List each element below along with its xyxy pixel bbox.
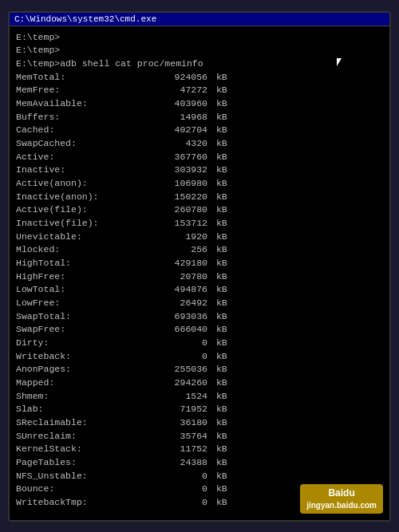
meminfo-unit: kB (211, 430, 227, 443)
meminfo-row: Mapped:294260 kB (16, 376, 383, 390)
prompt-line: E:\temp>adb shell cat proc/meminfo (16, 57, 383, 71)
meminfo-label: Cached: (16, 124, 144, 137)
meminfo-value: 294260 (144, 376, 207, 390)
meminfo-unit: kB (211, 403, 227, 416)
meminfo-unit: kB (211, 217, 227, 231)
meminfo-label: Mapped: (16, 376, 144, 390)
meminfo-row: Active:367760 kB (16, 151, 383, 164)
meminfo-unit: kB (211, 363, 227, 376)
meminfo-unit: kB (211, 283, 227, 297)
meminfo-row: MemTotal:924056 kB (16, 71, 383, 85)
meminfo-value: 24388 (144, 456, 207, 470)
meminfo-row: SwapTotal:693036 kB (16, 310, 383, 324)
cmd-window-container: C:\Windows\system32\cmd.exe E:\temp>E:\t… (8, 11, 391, 522)
meminfo-unit: kB (211, 297, 227, 310)
meminfo-label: Active(file): (16, 203, 144, 217)
meminfo-label: Inactive: (16, 164, 144, 177)
meminfo-value: 47272 (144, 84, 207, 97)
meminfo-row: Inactive:303932 kB (16, 164, 383, 177)
meminfo-unit: kB (211, 323, 227, 337)
meminfo-row: SwapFree:666040 kB (16, 323, 383, 337)
meminfo-unit: kB (211, 203, 227, 217)
meminfo-value: 14968 (144, 111, 207, 124)
meminfo-label: SwapFree: (16, 323, 144, 337)
meminfo-unit: kB (211, 111, 227, 124)
meminfo-label: Slab: (16, 403, 144, 416)
prompt-line: E:\temp> (16, 44, 383, 57)
meminfo-row: Writeback:0 kB (16, 350, 383, 364)
meminfo-label: SwapTotal: (16, 310, 144, 324)
meminfo-label: Writeback: (16, 350, 144, 364)
meminfo-value: 0 (144, 337, 207, 350)
meminfo-unit: kB (211, 337, 227, 350)
meminfo-row: LowTotal:494876 kB (16, 283, 383, 297)
meminfo-value: 402704 (144, 124, 207, 137)
meminfo-value: 256 (144, 243, 207, 257)
meminfo-value: 260780 (144, 203, 207, 217)
cmd-content[interactable]: E:\temp>E:\temp>E:\temp>adb shell cat pr… (10, 26, 389, 520)
meminfo-label: LowFree: (16, 297, 144, 310)
meminfo-value: 153712 (144, 217, 207, 231)
meminfo-label: MemAvailable: (16, 97, 144, 111)
meminfo-unit: kB (211, 390, 227, 404)
meminfo-unit: kB (211, 84, 227, 97)
meminfo-label: LowTotal: (16, 283, 144, 297)
meminfo-label: Inactive(anon): (16, 191, 144, 204)
meminfo-value: 36180 (144, 416, 207, 430)
cmd-output: E:\temp>E:\temp>E:\temp>adb shell cat pr… (16, 31, 383, 510)
meminfo-row: SwapCached:4320 kB (16, 137, 383, 151)
meminfo-unit: kB (211, 231, 227, 244)
meminfo-value: 693036 (144, 310, 207, 324)
meminfo-label: PageTables: (16, 456, 144, 470)
meminfo-label: Active(anon): (16, 177, 144, 191)
meminfo-value: 106980 (144, 177, 207, 191)
meminfo-unit: kB (211, 443, 227, 456)
meminfo-value: 1920 (144, 231, 207, 244)
title-bar: C:\Windows\system32\cmd.exe (10, 13, 389, 26)
meminfo-value: 11752 (144, 443, 207, 456)
meminfo-value: 1524 (144, 390, 207, 404)
meminfo-row: Active(file):260780 kB (16, 203, 383, 217)
meminfo-value: 35764 (144, 430, 207, 443)
meminfo-row: Unevictable:1920 kB (16, 231, 383, 244)
meminfo-value: 367760 (144, 151, 207, 164)
meminfo-value: 666040 (144, 323, 207, 337)
meminfo-row: PageTables:24388 kB (16, 456, 383, 470)
meminfo-value: 0 (144, 496, 207, 510)
meminfo-label: Inactive(file): (16, 217, 144, 231)
watermark-line1: Baidu (306, 487, 377, 500)
meminfo-unit: kB (211, 470, 227, 483)
meminfo-row: Active(anon):106980 kB (16, 177, 383, 191)
meminfo-unit: kB (211, 483, 227, 496)
meminfo-value: 303932 (144, 164, 207, 177)
meminfo-unit: kB (211, 310, 227, 324)
meminfo-row: SReclaimable:36180 kB (16, 416, 383, 430)
meminfo-unit: kB (211, 97, 227, 111)
meminfo-row: KernelStack:11752 kB (16, 443, 383, 456)
prompt-line: E:\temp> (16, 31, 383, 45)
meminfo-row: Cached:402704 kB (16, 124, 383, 137)
meminfo-label: Unevictable: (16, 231, 144, 244)
mouse-cursor-icon (337, 58, 342, 66)
meminfo-value: 4320 (144, 137, 207, 151)
meminfo-value: 20780 (144, 270, 207, 284)
meminfo-label: NFS_Unstable: (16, 470, 144, 483)
meminfo-row: SUnreclaim:35764 kB (16, 430, 383, 443)
meminfo-label: AnonPages: (16, 363, 144, 376)
meminfo-row: AnonPages:255036 kB (16, 363, 383, 376)
meminfo-label: Bounce: (16, 483, 144, 496)
meminfo-label: HighTotal: (16, 257, 144, 270)
meminfo-label: Buffers: (16, 111, 144, 124)
meminfo-row: MemAvailable:403960 kB (16, 97, 383, 111)
meminfo-label: MemTotal: (16, 71, 144, 85)
meminfo-unit: kB (211, 151, 227, 164)
meminfo-row: HighFree:20780 kB (16, 270, 383, 284)
meminfo-row: MemFree:47272 kB (16, 84, 383, 97)
meminfo-unit: kB (211, 164, 227, 177)
meminfo-value: 0 (144, 483, 207, 496)
meminfo-unit: kB (211, 257, 227, 270)
meminfo-unit: kB (211, 191, 227, 204)
meminfo-value: 71952 (144, 403, 207, 416)
meminfo-value: 403960 (144, 97, 207, 111)
meminfo-row: LowFree:26492 kB (16, 297, 383, 310)
